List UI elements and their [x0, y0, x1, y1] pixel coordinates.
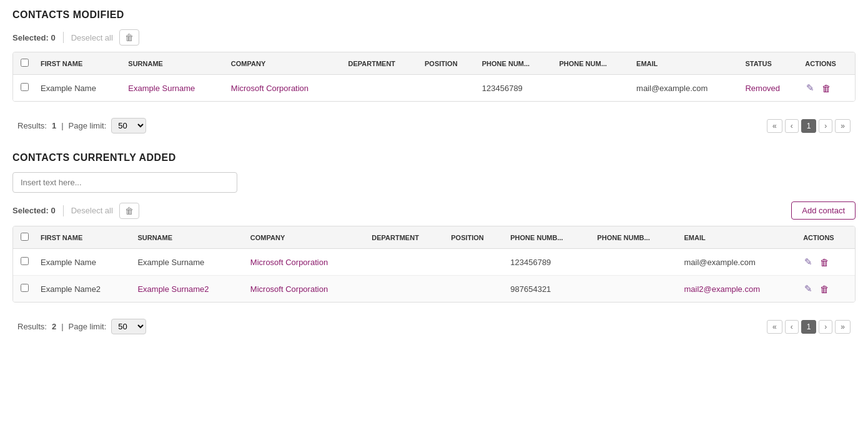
section1-pagination: Results: 1 | Page limit: 50 25 100 « ‹ 1… [12, 112, 856, 140]
row-firstname: Example Name2 [36, 276, 132, 303]
edit-button[interactable]: ✎ [803, 282, 814, 296]
section2-prev-page-btn[interactable]: ‹ [785, 320, 799, 334]
section2-toolbar-divider [63, 205, 64, 216]
row-phone1: 987654321 [505, 276, 592, 303]
section2-col-department: DEPARTMENT [367, 226, 446, 249]
section2-table-wrapper: FIRST NAME SURNAME COMPANY DEPARTMENT PO… [12, 226, 856, 303]
section1-results-label: Results: [17, 121, 47, 130]
section1-deselect-button[interactable]: Deselect all [71, 33, 113, 42]
section2-page-limit-select[interactable]: 50 25 100 [111, 319, 146, 334]
section2-col-email: EMAIL [679, 226, 798, 249]
edit-button[interactable]: ✎ [805, 81, 816, 95]
section1-prev-page-btn[interactable]: ‹ [785, 119, 799, 133]
section1-delete-button[interactable]: 🗑 [119, 29, 139, 46]
section2-toolbar: Selected: 0 Deselect all 🗑 Add contact [12, 201, 856, 220]
row-position [446, 249, 505, 276]
row-company: Microsoft Corporation [226, 75, 343, 102]
row-email: mail2@example.com [679, 276, 798, 303]
section1-table-wrapper: FIRST NAME SURNAME COMPANY DEPARTMENT PO… [12, 52, 856, 102]
section1-page-limit-label: Page limit: [69, 121, 107, 130]
table-row: Example Name Example Surname Microsoft C… [13, 75, 855, 102]
section1-select-all-checkbox[interactable] [21, 59, 29, 67]
section-contacts-added: CONTACTS CURRENTLY ADDED Selected: 0 Des… [12, 152, 856, 341]
section1-next-page-btn[interactable]: › [819, 119, 832, 133]
section1-col-surname: SURNAME [123, 52, 226, 75]
row-firstname: Example Name [36, 75, 123, 102]
row-checkbox[interactable] [21, 257, 29, 265]
table-row: Example Name Example Surname Microsoft C… [13, 249, 855, 276]
section1-table: FIRST NAME SURNAME COMPANY DEPARTMENT PO… [13, 52, 855, 101]
section1-col-department: DEPARTMENT [343, 52, 420, 75]
row-phone2 [554, 75, 631, 102]
section2-header-checkbox [13, 226, 36, 249]
section2-page-controls: « ‹ 1 › » [767, 320, 851, 334]
row-firstname: Example Name [36, 249, 132, 276]
row-surname: Example Surname [132, 249, 245, 276]
row-checkbox-cell [13, 75, 36, 102]
section2-page-limit-label: Page limit: [69, 322, 107, 331]
section2-last-page-btn[interactable]: » [835, 320, 851, 334]
row-actions: ✎ 🗑 [800, 75, 855, 102]
section1-last-page-btn[interactable]: » [835, 119, 851, 133]
section1-col-status: STATUS [740, 52, 800, 75]
edit-button[interactable]: ✎ [803, 255, 814, 269]
add-contact-button[interactable]: Add contact [791, 201, 856, 220]
row-checkbox[interactable] [21, 284, 29, 292]
section1-col-company: COMPANY [226, 52, 343, 75]
section1-divider: | [61, 121, 63, 130]
row-surname: Example Surname [123, 75, 226, 102]
section-contacts-modified: CONTACTS MODIFIED Selected: 0 Deselect a… [12, 9, 856, 140]
section1-delete-icon: 🗑 [125, 32, 134, 42]
section2-delete-button[interactable]: 🗑 [119, 203, 139, 219]
section1-page-limit-select[interactable]: 50 25 100 [111, 118, 146, 133]
section2-deselect-button[interactable]: Deselect all [71, 206, 113, 215]
section2-col-phone1: PHONE NUMB... [505, 226, 592, 249]
section2-next-page-btn[interactable]: › [819, 320, 832, 334]
section2-results-count: 2 [52, 322, 56, 331]
section2-title: CONTACTS CURRENTLY ADDED [12, 152, 856, 163]
row-department [367, 276, 446, 303]
row-checkbox-cell [13, 276, 36, 303]
delete-row-button[interactable]: 🗑 [819, 256, 831, 269]
row-surname: Example Surname2 [132, 276, 245, 303]
row-position [446, 276, 505, 303]
row-company: Microsoft Corporation [245, 249, 367, 276]
section2-col-company: COMPANY [245, 226, 367, 249]
section1-toolbar-divider [63, 32, 64, 43]
search-input[interactable] [12, 172, 237, 193]
section2-selected-label: Selected: 0 [12, 206, 56, 215]
row-position [420, 75, 477, 102]
table-row: Example Name2 Example Surname2 Microsoft… [13, 276, 855, 303]
section1-first-page-btn[interactable]: « [767, 119, 782, 133]
section2-first-page-btn[interactable]: « [767, 320, 782, 334]
section2-col-surname: SURNAME [132, 226, 245, 249]
row-phone2 [592, 276, 679, 303]
section2-pagination: Results: 2 | Page limit: 50 25 100 « ‹ 1… [12, 313, 856, 341]
section2-col-position: POSITION [446, 226, 505, 249]
row-email: mail@example.com [679, 249, 798, 276]
row-department [343, 75, 420, 102]
row-checkbox-cell [13, 249, 36, 276]
section1-toolbar: Selected: 0 Deselect all 🗑 [12, 29, 856, 46]
section1-page-1-btn[interactable]: 1 [801, 119, 817, 133]
delete-row-button[interactable]: 🗑 [819, 283, 831, 296]
section1-col-position: POSITION [420, 52, 477, 75]
section1-results-count: 1 [52, 121, 56, 130]
row-checkbox[interactable] [21, 83, 29, 91]
section2-select-all-checkbox[interactable] [21, 233, 29, 241]
section2-table-header: FIRST NAME SURNAME COMPANY DEPARTMENT PO… [13, 226, 855, 249]
row-phone1: 123456789 [477, 75, 555, 102]
section2-col-firstname: FIRST NAME [36, 226, 132, 249]
section1-col-email: EMAIL [631, 52, 740, 75]
section1-selected-label: Selected: 0 [12, 33, 56, 42]
delete-row-button[interactable]: 🗑 [821, 82, 832, 95]
section1-header-checkbox [13, 52, 36, 75]
row-status: Removed [740, 75, 800, 102]
section2-results-label: Results: [17, 322, 47, 331]
section1-table-header: FIRST NAME SURNAME COMPANY DEPARTMENT PO… [13, 52, 855, 75]
section1-results-info: Results: 1 | Page limit: 50 25 100 [17, 118, 146, 133]
row-email: mail@example.com [631, 75, 740, 102]
section2-page-1-btn[interactable]: 1 [801, 320, 817, 334]
row-phone1: 123456789 [505, 249, 592, 276]
section2-col-phone2: PHONE NUMB... [592, 226, 679, 249]
